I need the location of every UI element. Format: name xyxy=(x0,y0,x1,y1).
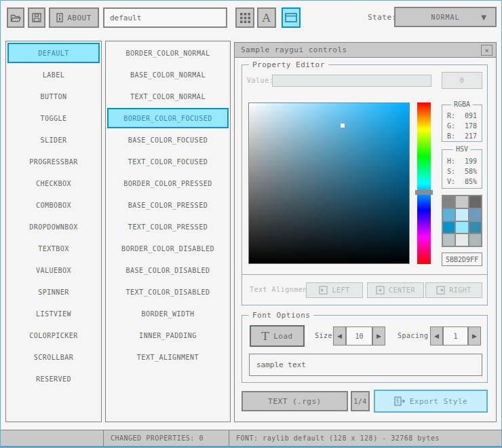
rgba-box-label: RGBA xyxy=(451,100,473,108)
style-color-swatch[interactable] xyxy=(443,234,455,246)
list-item-dropdownbox[interactable]: DROPDOWNBOX xyxy=(7,217,100,237)
s-value: 58% xyxy=(465,166,477,176)
style-color-swatch[interactable] xyxy=(456,222,467,234)
value-input[interactable] xyxy=(272,75,431,87)
style-color-swatch[interactable] xyxy=(443,209,455,221)
controls-view-button[interactable] xyxy=(282,7,301,28)
font-size-value: 10 xyxy=(355,333,363,340)
svg-text:E: E xyxy=(396,398,400,405)
list-item-border_color_normal[interactable]: BORDER_COLOR_NORMAL xyxy=(107,43,229,63)
section-divider-line xyxy=(242,274,488,275)
list-item-reserved[interactable]: RESERVED xyxy=(7,369,100,389)
align-right-button[interactable]: RIGHT xyxy=(425,282,482,298)
state-dropdown[interactable]: NORMAL ▼ xyxy=(394,7,497,27)
v-value: 85% xyxy=(465,176,477,187)
align-left-icon xyxy=(319,286,328,295)
font-view-button[interactable]: A xyxy=(257,7,276,28)
open-file-button[interactable] xyxy=(7,7,24,28)
list-item-textbox[interactable]: TEXTBOX xyxy=(7,238,100,259)
close-icon: × xyxy=(484,46,489,55)
list-item-base_color_focused[interactable]: BASE_COLOR_FOCUSED xyxy=(107,130,229,150)
font-options-group-label: Font Options xyxy=(249,311,313,320)
save-file-button[interactable] xyxy=(28,7,45,28)
font-spacing-label: Spacing: xyxy=(398,332,433,339)
list-item-default[interactable]: DEFAULT xyxy=(7,43,100,63)
color-saturation-value-picker[interactable] xyxy=(248,102,410,264)
style-color-swatch[interactable] xyxy=(456,209,467,221)
list-item-listview[interactable]: LISTVIEW xyxy=(7,303,100,324)
g-value: 178 xyxy=(465,121,477,131)
style-color-swatch[interactable] xyxy=(443,222,455,234)
font-size-decrease-button[interactable]: ◀ xyxy=(333,326,346,346)
list-item-inner_padding[interactable]: INNER_PADDING xyxy=(107,325,229,346)
list-item-button[interactable]: BUTTON xyxy=(7,86,100,107)
list-item-valuebox[interactable]: VALUEBOX xyxy=(7,260,100,280)
align-center-button[interactable]: CENTER xyxy=(367,282,424,298)
about-button[interactable]: ABOUT xyxy=(49,7,99,28)
style-grid-view-button[interactable] xyxy=(235,7,254,28)
list-item-combobox[interactable]: COMBOBOX xyxy=(7,195,100,215)
hex-color-field[interactable]: 5BB2D9FF xyxy=(442,253,482,266)
font-spacing-decrease-button[interactable]: ◀ xyxy=(430,326,443,346)
list-item-colorpicker[interactable]: COLORPICKER xyxy=(7,325,100,346)
list-item-base_color_disabled[interactable]: BASE_COLOR_DISABLED xyxy=(107,260,229,280)
sample-window-titlebar[interactable]: Sample raygui controls xyxy=(235,43,496,58)
list-item-spinner[interactable]: SPINNER xyxy=(7,282,100,302)
list-item-border_color_disabled[interactable]: BORDER_COLOR_DISABLED xyxy=(107,238,229,259)
properties-list: BORDER_COLOR_NORMALBASE_COLOR_NORMALTEXT… xyxy=(105,41,231,422)
color-picker-cursor[interactable] xyxy=(341,124,345,128)
font-spacing-valuebox[interactable]: 1 xyxy=(443,326,468,346)
list-item-toggle[interactable]: TOGGLE xyxy=(7,108,100,128)
arrow-right-icon: ▶ xyxy=(376,333,381,339)
list-item-text_alignment[interactable]: TEXT_ALIGNMENT xyxy=(107,347,229,367)
font-a-icon: A xyxy=(263,12,271,24)
value-zero-button[interactable]: 0 xyxy=(442,72,482,89)
state-dropdown-value: NORMAL xyxy=(431,14,459,21)
style-color-swatch[interactable] xyxy=(469,234,481,246)
style-color-swatch[interactable] xyxy=(469,222,481,234)
export-style-label: Export Style xyxy=(410,397,467,406)
style-name-input[interactable] xyxy=(103,7,227,28)
export-format-pager-button[interactable]: 1/4 xyxy=(351,391,370,411)
list-item-border_color_focused[interactable]: BORDER_COLOR_FOCUSED xyxy=(107,108,229,128)
controls-list: DEFAULTLABELBUTTONTOGGLESLIDERPROGRESSBA… xyxy=(5,41,102,422)
style-color-swatch[interactable] xyxy=(469,209,481,221)
list-item-label[interactable]: LABEL xyxy=(7,64,100,85)
export-style-button[interactable]: E Export Style xyxy=(374,390,488,413)
list-item-scrollbar[interactable]: SCROLLBAR xyxy=(7,347,100,367)
align-left-button[interactable]: LEFT xyxy=(306,282,363,298)
close-window-button[interactable]: × xyxy=(481,45,493,56)
arrow-left-icon: ◀ xyxy=(337,333,342,339)
g-label: G: xyxy=(447,121,455,131)
r-label: R: xyxy=(447,111,455,121)
style-color-grid xyxy=(442,195,482,247)
list-item-base_color_pressed[interactable]: BASE_COLOR_PRESSED xyxy=(107,195,229,215)
style-color-swatch[interactable] xyxy=(443,196,455,208)
list-item-progressbar[interactable]: PROGRESSBAR xyxy=(7,151,100,172)
font-spacing-increase-button[interactable]: ▶ xyxy=(468,326,481,346)
list-item-checkbox[interactable]: CHECKBOX xyxy=(7,173,100,193)
list-item-slider[interactable]: SLIDER xyxy=(7,130,100,150)
hex-color-value: 5BB2D9FF xyxy=(446,256,478,263)
list-item-base_color_normal[interactable]: BASE_COLOR_NORMAL xyxy=(107,64,229,85)
sample-controls-window: Sample raygui controls × Property Editor… xyxy=(234,42,497,422)
font-size-valuebox[interactable]: 10 xyxy=(346,326,372,346)
font-sample-textbox[interactable]: sample text xyxy=(249,354,482,376)
font-load-button[interactable]: T Load xyxy=(250,325,305,347)
list-item-text_color_disabled[interactable]: TEXT_COLOR_DISABLED xyxy=(107,282,229,302)
grid-icon xyxy=(240,13,250,23)
style-color-swatch[interactable] xyxy=(456,196,467,208)
export-format-label: TEXT (.rgs) xyxy=(268,397,321,406)
hue-slider[interactable] xyxy=(417,102,431,264)
list-item-border_color_pressed[interactable]: BORDER_COLOR_PRESSED xyxy=(107,173,229,193)
font-size-increase-button[interactable]: ▶ xyxy=(372,326,385,346)
align-right-icon xyxy=(436,286,445,295)
list-item-text_color_pressed[interactable]: TEXT_COLOR_PRESSED xyxy=(107,217,229,237)
export-format-button[interactable]: TEXT (.rgs) xyxy=(242,391,348,411)
list-item-text_color_normal[interactable]: TEXT_COLOR_NORMAL xyxy=(107,86,229,107)
list-item-border_width[interactable]: BORDER_WIDTH xyxy=(107,303,229,324)
style-color-swatch[interactable] xyxy=(456,234,467,246)
hue-slider-handle[interactable] xyxy=(415,190,433,195)
list-item-text_color_focused[interactable]: TEXT_COLOR_FOCUSED xyxy=(107,151,229,172)
style-color-swatch[interactable] xyxy=(469,196,481,208)
